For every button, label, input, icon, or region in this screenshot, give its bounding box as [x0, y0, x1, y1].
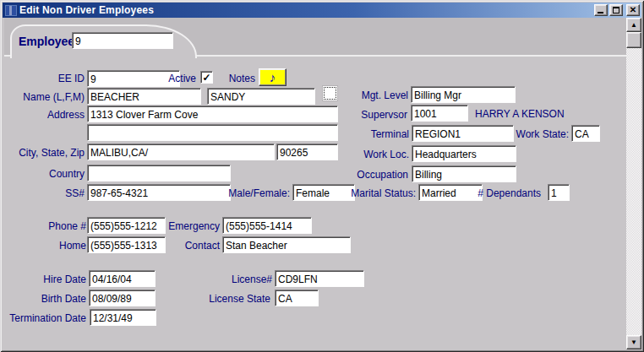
- notes-label: Notes: [220, 73, 255, 84]
- hire-date-input[interactable]: [89, 270, 156, 287]
- address-label: Address: [25, 109, 85, 121]
- license-input[interactable]: [275, 270, 364, 287]
- termination-date-label: Termination Date: [0, 312, 86, 324]
- marital-status-label: Marital Status:: [347, 187, 416, 199]
- address-line1-input[interactable]: [87, 106, 338, 122]
- city-state-input[interactable]: [87, 144, 275, 160]
- phone-label: Phone #: [25, 220, 86, 232]
- hire-date-label: Hire Date: [25, 273, 86, 285]
- occupation-label: Occupation: [334, 169, 408, 181]
- license-state-label: License State: [203, 293, 270, 305]
- country-input[interactable]: [87, 165, 231, 181]
- country-label: Country: [25, 168, 85, 180]
- minimize-button[interactable]: [594, 4, 608, 16]
- gender-label: Male/Female:: [216, 187, 290, 199]
- tab-employee-label: Employee: [19, 35, 74, 48]
- scroll-up-button[interactable]: ▲: [626, 18, 641, 32]
- middle-name-button[interactable]: [322, 85, 338, 101]
- titlebar[interactable]: Edit Non Driver Employees ✕: [3, 3, 641, 18]
- notes-button[interactable]: ♪: [259, 68, 287, 86]
- birth-date-label: Birth Date: [25, 293, 86, 305]
- gender-input[interactable]: [292, 184, 355, 201]
- last-name-input[interactable]: [87, 88, 201, 105]
- dependants-label: # Dependants: [473, 187, 541, 199]
- scroll-down-button[interactable]: ▼: [626, 335, 641, 349]
- work-loc-input[interactable]: [412, 145, 516, 162]
- scroll-up-icon: ▲: [630, 21, 637, 29]
- work-state-input[interactable]: [571, 125, 600, 142]
- license-label: License#: [220, 273, 272, 285]
- vertical-scrollbar[interactable]: ▲ ▼: [626, 18, 641, 349]
- minimize-icon: [598, 12, 603, 14]
- name-label: Name (L,F,M): [8, 91, 85, 103]
- city-state-zip-label: City, State, Zip: [4, 147, 85, 159]
- supervisor-input[interactable]: [411, 105, 468, 122]
- terminal-label: Terminal: [347, 128, 409, 140]
- mgt-level-label: Mgt. Level: [347, 89, 408, 101]
- contact-label: Contact: [169, 240, 220, 252]
- edit-non-driver-employees-window: Edit Non Driver Employees ✕ Employee EE …: [0, 0, 644, 352]
- first-name-input[interactable]: [207, 88, 315, 105]
- ssn-input[interactable]: [87, 184, 231, 201]
- emergency-input[interactable]: [222, 217, 312, 234]
- work-loc-label: Work Loc.: [338, 149, 409, 160]
- check-icon: ✓: [202, 72, 210, 84]
- work-state-label: Work State:: [507, 128, 569, 140]
- contact-input[interactable]: [222, 236, 351, 253]
- address-line2-input[interactable]: [87, 124, 338, 141]
- close-icon: ✕: [630, 6, 636, 14]
- birth-date-input[interactable]: [89, 290, 156, 306]
- employee-number-input[interactable]: [72, 32, 173, 49]
- scroll-down-icon: ▼: [630, 338, 637, 346]
- occupation-input[interactable]: [412, 165, 516, 182]
- termination-date-input[interactable]: [90, 309, 156, 326]
- app-icon: [5, 5, 17, 16]
- zip-input[interactable]: [276, 144, 338, 160]
- phone-input[interactable]: [87, 217, 166, 234]
- emergency-label: Emergency: [165, 220, 220, 232]
- window-title: Edit Non Driver Employees: [19, 4, 592, 16]
- dependants-input[interactable]: [548, 184, 570, 201]
- home-input[interactable]: [87, 236, 166, 253]
- music-note-icon: ♪: [270, 70, 276, 84]
- supervisor-name-text: HARRY A KENSON: [475, 108, 565, 120]
- maximize-icon: [613, 7, 619, 14]
- scrollbar-thumb[interactable]: [626, 32, 641, 48]
- active-label: Active: [152, 73, 196, 84]
- close-button[interactable]: ✕: [626, 4, 640, 16]
- maximize-button[interactable]: [609, 4, 623, 16]
- ssn-label: SS#: [34, 187, 85, 199]
- home-label: Home: [34, 240, 86, 252]
- mgt-level-input[interactable]: [411, 86, 516, 103]
- license-state-input[interactable]: [275, 290, 319, 306]
- active-checkbox[interactable]: ✓: [200, 71, 213, 84]
- ee-id-label: EE ID: [34, 73, 85, 84]
- terminal-input[interactable]: [412, 125, 514, 142]
- supervisor-label: Supervsor: [338, 109, 407, 121]
